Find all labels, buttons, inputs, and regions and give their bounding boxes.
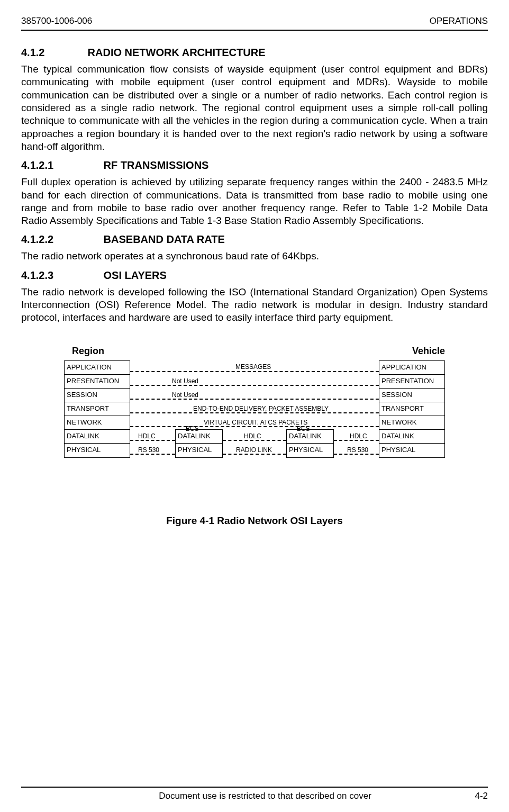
dash-line <box>223 454 286 455</box>
footer-page-number: 4-2 <box>456 791 488 801</box>
layer: PHYSICAL <box>65 444 130 457</box>
heading-4-1-2-1: 4.1.2.1 RF TRANSMISSIONS <box>21 159 488 172</box>
rs530-label: RS 530 <box>138 446 159 454</box>
vehicle-label: Vehicle <box>412 346 445 357</box>
radiolink-label: RADIO LINK <box>236 446 272 454</box>
dash-line <box>130 440 175 441</box>
layer: PHYSICAL <box>176 444 222 457</box>
doc-number: 385700-1006-006 <box>21 16 92 26</box>
layer: APPLICATION <box>379 361 444 375</box>
layer: PHYSICAL <box>287 444 333 457</box>
page-footer: Document use is restricted to that descr… <box>21 787 488 801</box>
paragraph: The radio network operates at a synchron… <box>21 250 488 263</box>
conn-label: Not Used <box>170 391 201 399</box>
layer: SESSION <box>379 389 444 402</box>
region-label: Region <box>72 346 104 357</box>
paragraph: The radio network is developed following… <box>21 286 488 324</box>
heading-title: RF TRANSMISSIONS <box>104 159 209 171</box>
page-header: 385700-1006-006 OPERATIONS <box>21 16 488 31</box>
layer: SESSION <box>65 389 130 402</box>
layer: DATALINK <box>65 430 130 444</box>
heading-number: 4.1.2.2 <box>21 233 101 246</box>
layer: TRANSPORT <box>65 402 130 416</box>
heading-4-1-2-2: 4.1.2.2 BASEBAND DATA RATE <box>21 233 488 246</box>
bcs-label: BCS <box>297 425 310 432</box>
layer: PHYSICAL <box>379 444 444 457</box>
layer: NETWORK <box>65 416 130 430</box>
paragraph: The typical communication flow consists … <box>21 63 488 153</box>
page-content: 4.1.2 RADIO NETWORK ARCHITECTURE The typ… <box>21 40 488 787</box>
layer: DATALINK <box>176 430 222 444</box>
region-stack: APPLICATION PRESENTATION SESSION TRANSPO… <box>64 360 130 458</box>
layer: TRANSPORT <box>379 402 444 416</box>
dash-line <box>334 454 379 455</box>
dash-line <box>130 371 379 372</box>
heading-number: 4.1.2.1 <box>21 159 101 172</box>
rs530-label: RS 530 <box>347 446 368 454</box>
heading-number: 4.1.2 <box>21 47 85 59</box>
bcs-label: BCS <box>186 425 199 432</box>
mid-stack-left: DATALINK PHYSICAL <box>175 429 223 458</box>
conn-label: VIRTUAL CIRCUIT, ATCS PACKETS <box>202 419 310 426</box>
conn-label: END-TO-END DELIVERY, PACKET ASSEMBLY <box>191 405 331 412</box>
vehicle-stack: APPLICATION PRESENTATION SESSION TRANSPO… <box>379 360 445 458</box>
hdlc-label: HDLC <box>244 432 261 440</box>
heading-title: RADIO NETWORK ARCHITECTURE <box>88 47 266 58</box>
osi-diagram: Region Vehicle APPLICATION PRESENTATION … <box>64 346 445 489</box>
conn-label: Not Used <box>170 377 201 385</box>
layer: PRESENTATION <box>379 375 444 389</box>
dash-line <box>130 399 379 400</box>
dash-line <box>130 385 379 386</box>
layer: NETWORK <box>379 416 444 430</box>
dash-line <box>223 440 286 441</box>
dash-line <box>130 412 379 413</box>
dash-line <box>130 454 175 455</box>
heading-title: BASEBAND DATA RATE <box>104 233 225 245</box>
dash-line <box>130 426 379 427</box>
hdlc-label: HDLC <box>350 432 367 440</box>
layer: DATALINK <box>379 430 444 444</box>
mid-stack-right: DATALINK PHYSICAL <box>286 429 334 458</box>
heading-title: OSI LAYERS <box>104 269 167 281</box>
conn-label: MESSAGES <box>233 363 273 371</box>
heading-4-1-2-3: 4.1.2.3 OSI LAYERS <box>21 269 488 282</box>
figure-caption: Figure 4-1 Radio Network OSI Layers <box>21 515 488 527</box>
layer: PRESENTATION <box>65 375 130 389</box>
figure-wrap: Region Vehicle APPLICATION PRESENTATION … <box>21 346 488 489</box>
heading-number: 4.1.2.3 <box>21 269 101 282</box>
layer: APPLICATION <box>65 361 130 375</box>
paragraph: Full duplex operation is achieved by uti… <box>21 176 488 227</box>
dash-line <box>334 440 379 441</box>
doc-section: OPERATIONS <box>430 16 488 26</box>
hdlc-label: HDLC <box>138 432 156 440</box>
layer: DATALINK <box>287 430 333 444</box>
footer-left <box>21 791 74 801</box>
heading-4-1-2: 4.1.2 RADIO NETWORK ARCHITECTURE <box>21 47 488 59</box>
footer-center: Document use is restricted to that descr… <box>74 791 456 801</box>
